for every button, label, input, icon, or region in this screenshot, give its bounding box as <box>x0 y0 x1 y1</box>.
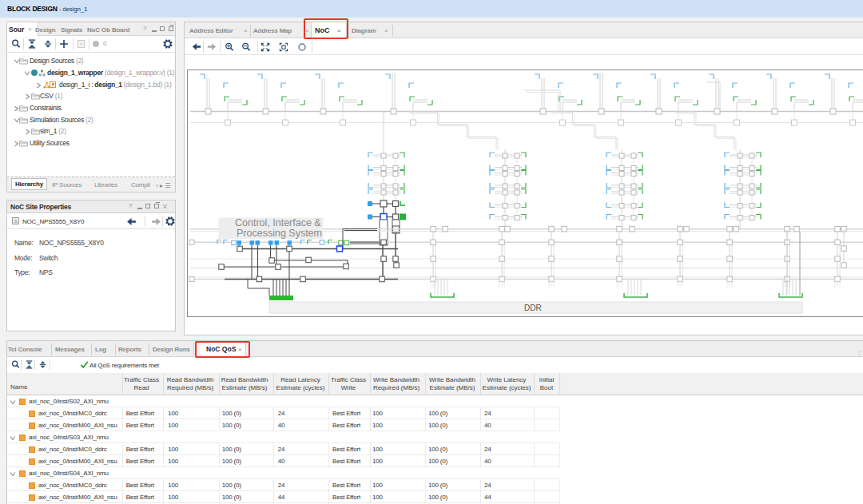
svg-text:DDR: DDR <box>524 304 542 312</box>
svg-text:Processing System: Processing System <box>237 228 322 239</box>
